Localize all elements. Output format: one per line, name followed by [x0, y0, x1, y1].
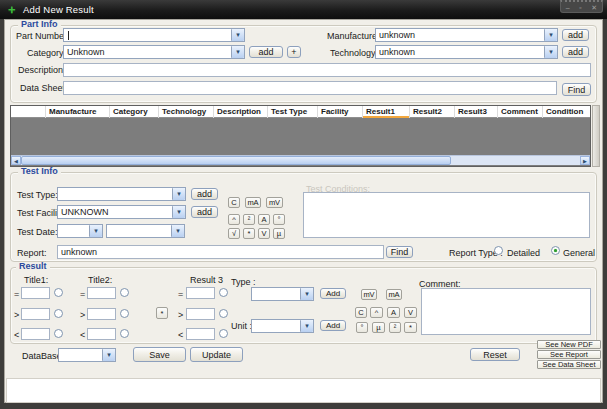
- title2-gt-input[interactable]: [87, 308, 116, 320]
- part-number-combo[interactable]: ▾: [63, 28, 245, 42]
- database-combo[interactable]: ▾: [58, 348, 116, 362]
- dropdown-arrow-icon[interactable]: ▾: [300, 320, 313, 332]
- unit-degree-button[interactable]: °: [356, 322, 368, 333]
- report-type-general-radio[interactable]: [551, 246, 560, 255]
- symbol-ma-button[interactable]: mA: [245, 197, 261, 208]
- grid-horizontal-scrollbar[interactable]: ◀ ▶: [11, 155, 590, 165]
- data-sheet-input[interactable]: [63, 81, 557, 95]
- test-date-year-combo[interactable]: ▾: [106, 224, 185, 238]
- dropdown-arrow-icon[interactable]: ▾: [231, 46, 244, 58]
- update-button[interactable]: Update: [190, 347, 243, 362]
- column-header-technology[interactable]: Technology: [158, 106, 213, 118]
- symbol-star-button[interactable]: *: [243, 228, 255, 239]
- technology-add-button[interactable]: add: [562, 46, 589, 58]
- dropdown-arrow-icon[interactable]: ▾: [89, 225, 102, 237]
- column-header-manufacture[interactable]: Manufacture: [45, 106, 109, 118]
- symbol-a-button[interactable]: A: [258, 214, 270, 225]
- see-new-pdf-button[interactable]: See New PDF: [537, 340, 601, 349]
- symbol-v-button[interactable]: V: [258, 228, 270, 239]
- scroll-right-icon[interactable]: ▶: [580, 156, 590, 165]
- type-combo[interactable]: ▾: [251, 287, 314, 301]
- title1-gt-input[interactable]: [21, 308, 50, 320]
- manufacture-combo[interactable]: unknown ▾: [375, 28, 558, 42]
- see-report-button[interactable]: See Report: [537, 350, 601, 359]
- title1-lt-input[interactable]: [21, 328, 50, 340]
- dropdown-arrow-icon[interactable]: ▾: [231, 29, 244, 41]
- description-input[interactable]: [63, 63, 591, 77]
- symbol-sqrt-button[interactable]: √: [228, 228, 240, 239]
- multiply-button[interactable]: *: [156, 307, 168, 319]
- title1-lt-radio[interactable]: [54, 329, 63, 338]
- data-sheet-find-button[interactable]: Find: [562, 83, 591, 96]
- unit-star-button[interactable]: *: [404, 322, 417, 333]
- column-header-result2[interactable]: Result2: [409, 106, 454, 118]
- maximize-icon[interactable]: ▫: [579, 3, 581, 12]
- unit-micro-button[interactable]: µ: [372, 322, 385, 333]
- result3-eq-radio[interactable]: [219, 288, 228, 297]
- symbol-mv-button[interactable]: mV: [266, 197, 283, 208]
- manufacture-add-button[interactable]: add: [562, 29, 589, 41]
- unit-combo[interactable]: ▾: [251, 319, 314, 333]
- symbol-squared-button[interactable]: ²: [243, 214, 255, 225]
- category-add-button[interactable]: add: [249, 46, 283, 58]
- report-type-general-label[interactable]: General: [563, 248, 595, 258]
- report-find-button[interactable]: Find: [386, 246, 413, 258]
- dropdown-arrow-icon[interactable]: ▾: [300, 288, 313, 300]
- test-facility-add-button[interactable]: add: [191, 206, 218, 218]
- title2-eq-input[interactable]: [87, 287, 116, 299]
- comment-textarea[interactable]: [421, 288, 591, 335]
- report-type-detailed-radio[interactable]: [494, 246, 503, 255]
- title2-eq-radio[interactable]: [120, 288, 129, 297]
- unit-caret-button[interactable]: ^: [370, 307, 383, 318]
- result3-lt-input[interactable]: [186, 328, 215, 340]
- dropdown-arrow-icon[interactable]: ▾: [172, 188, 185, 200]
- dropdown-arrow-icon[interactable]: ▾: [171, 225, 184, 237]
- title2-lt-radio[interactable]: [120, 329, 129, 338]
- unit-mv-button[interactable]: mV: [361, 289, 377, 300]
- symbol-micro-button[interactable]: µ: [273, 228, 285, 239]
- test-date-month-combo[interactable]: ▾: [57, 224, 103, 238]
- symbol-c-button[interactable]: C: [228, 197, 240, 208]
- test-type-combo[interactable]: ▾: [57, 187, 186, 201]
- minimize-icon[interactable]: –: [566, 3, 570, 12]
- test-facility-combo[interactable]: UNKNOWN ▾: [57, 205, 186, 219]
- column-header-condition[interactable]: Condition: [542, 106, 590, 118]
- result3-gt-input[interactable]: [186, 308, 215, 320]
- result3-gt-radio[interactable]: [219, 309, 228, 318]
- type-add-button[interactable]: Add: [320, 288, 346, 299]
- scroll-left-icon[interactable]: ◀: [11, 156, 21, 165]
- category-plus-button[interactable]: +: [287, 46, 301, 58]
- grid-vertical-scrollbar[interactable]: [592, 105, 600, 167]
- see-data-sheet-button[interactable]: See Data Sheet: [537, 360, 601, 369]
- dropdown-arrow-icon[interactable]: ▾: [102, 349, 115, 361]
- report-type-detailed-label[interactable]: Detailed: [507, 248, 540, 258]
- dropdown-arrow-icon[interactable]: ▾: [544, 29, 557, 41]
- column-header-facility[interactable]: Facility: [317, 106, 362, 118]
- column-header-description[interactable]: Description: [213, 106, 267, 118]
- unit-add-button[interactable]: Add: [320, 320, 346, 331]
- dropdown-arrow-icon[interactable]: ▾: [172, 206, 185, 218]
- column-header-result3[interactable]: Result3: [454, 106, 497, 118]
- unit-a-button[interactable]: A: [387, 307, 400, 318]
- column-header-category[interactable]: Category: [109, 106, 158, 118]
- title1-gt-radio[interactable]: [54, 309, 63, 318]
- unit-squared-button[interactable]: ²: [389, 322, 401, 333]
- symbol-degree-button[interactable]: °: [273, 214, 285, 225]
- result3-eq-input[interactable]: [186, 287, 215, 299]
- reset-button[interactable]: Reset: [470, 348, 520, 361]
- close-icon[interactable]: ✕: [591, 3, 597, 12]
- column-header-result1[interactable]: Result1: [362, 106, 409, 118]
- technology-combo[interactable]: unknown ▾: [375, 45, 558, 59]
- test-conditions-textarea[interactable]: [303, 192, 590, 238]
- title1-eq-radio[interactable]: [54, 288, 63, 297]
- category-combo[interactable]: Unknown ▾: [63, 45, 245, 59]
- test-type-add-button[interactable]: add: [191, 188, 218, 200]
- scrollbar-thumb[interactable]: [21, 156, 451, 165]
- symbol-caret-button[interactable]: ^: [228, 214, 240, 225]
- unit-c-button[interactable]: C: [355, 307, 367, 318]
- column-header-test-type[interactable]: Test Type: [267, 106, 317, 118]
- report-input[interactable]: [57, 245, 384, 259]
- result3-lt-radio[interactable]: [219, 329, 228, 338]
- column-header-comment[interactable]: Comment: [497, 106, 542, 118]
- title1-eq-input[interactable]: [21, 287, 50, 299]
